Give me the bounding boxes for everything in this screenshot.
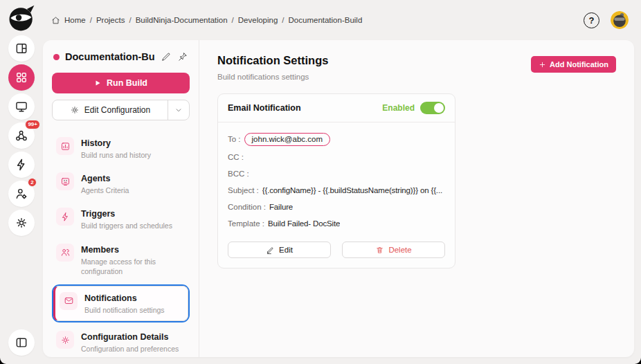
edit-button[interactable]: Edit: [228, 242, 331, 258]
edit-configuration-dropdown[interactable]: [168, 100, 189, 120]
menu-item-label: Agents: [81, 174, 129, 183]
content-container: Documentation-Bu... Run Build Edit Confi…: [43, 40, 634, 357]
breadcrumb-separator: /: [232, 16, 234, 24]
monitor-icon[interactable]: [8, 93, 35, 120]
breadcrumb-project[interactable]: BuildNinja-Documentation: [136, 16, 228, 24]
layout-dashboard-icon[interactable]: [8, 35, 35, 62]
breadcrumb-home[interactable]: Home: [64, 16, 86, 24]
menu-item-desc: Build triggers and schedules: [81, 221, 172, 230]
pin-icon[interactable]: [177, 51, 188, 62]
home-icon: [51, 16, 60, 25]
breadcrumb-current[interactable]: Documentation-Build: [289, 16, 363, 24]
email-notification-card: Email Notification Enabled To : john.wic…: [217, 93, 455, 269]
status-dot: [53, 54, 60, 60]
breadcrumb-projects[interactable]: Projects: [96, 16, 125, 24]
apps-grid-icon[interactable]: [8, 64, 35, 91]
lightning-icon[interactable]: [8, 152, 35, 178]
to-field: To : john.wick@abc.com: [228, 129, 445, 149]
play-icon: [94, 80, 101, 87]
menu-item-desc: Configuration and preferences: [81, 344, 179, 354]
breadcrumb-separator: /: [129, 16, 131, 24]
cc-field: CC :: [228, 149, 445, 165]
user-settings-icon[interactable]: 2: [8, 181, 35, 207]
page-subtitle: Build notifications settings: [217, 73, 328, 81]
help-icon[interactable]: ?: [584, 12, 599, 28]
selected-item-focus-ring: Notifications Build notification setting…: [52, 284, 190, 322]
app-window: 99+ 2 Home / Projects / BuildNinja-Docum…: [0, 0, 641, 364]
configuration-title: Documentation-Bu...: [65, 51, 155, 62]
recipient-chip: john.wick@abc.com: [244, 133, 330, 146]
breadcrumb-group[interactable]: Developing: [238, 16, 278, 24]
enabled-toggle[interactable]: [420, 102, 445, 114]
bar-chart-icon: [56, 137, 74, 155]
rename-pencil-icon[interactable]: [161, 51, 172, 62]
lightning-icon: [56, 208, 74, 226]
menu-item-desc: Build runs and history: [81, 150, 151, 160]
menu-item-notifications[interactable]: Notifications Build notification setting…: [53, 286, 188, 321]
menu-item-label: Configuration Details: [81, 332, 179, 342]
pencil-icon: [266, 246, 275, 255]
icon-rail: 99+ 2: [0, 0, 43, 364]
menu-item-triggers[interactable]: Triggers Build triggers and schedules: [52, 202, 190, 236]
add-notification-button[interactable]: Add Notification: [531, 56, 616, 73]
menu-item-members[interactable]: Members Manage access for this configura…: [52, 238, 190, 282]
buildninja-logo-icon[interactable]: [7, 3, 36, 33]
envelope-icon: [60, 292, 78, 310]
page-title: Notification Settings: [217, 54, 328, 67]
delete-button[interactable]: Delete: [342, 242, 445, 258]
menu-item-desc: Build notification settings: [84, 305, 165, 315]
subject-field: Subject : {{.configName}} - {{.buildStat…: [228, 182, 445, 199]
chevron-down-icon: [174, 105, 183, 115]
bcc-field: BCC :: [228, 165, 445, 182]
template-field: Template : Build Failed- DocSite: [228, 215, 445, 232]
collapse-sidebar-icon[interactable]: [8, 329, 35, 356]
configuration-panel: Documentation-Bu... Run Build Edit Confi…: [43, 40, 199, 357]
gear-icon: [70, 105, 80, 115]
notification-settings-page: Notification Settings Build notification…: [199, 40, 634, 357]
trash-icon: [375, 246, 384, 255]
user-settings-count-badge: 2: [28, 178, 37, 187]
configuration-menu: History Build runs and history Agents Ag…: [52, 131, 190, 357]
toggle-knob: [434, 103, 444, 113]
menu-item-label: Triggers: [81, 209, 172, 219]
menu-item-history[interactable]: History Build runs and history: [52, 131, 190, 165]
gear-icon: [56, 331, 74, 349]
breadcrumb: Home / Projects / BuildNinja-Documentati…: [51, 16, 362, 25]
menu-item-label: Notifications: [84, 293, 165, 303]
user-avatar[interactable]: [611, 11, 629, 29]
menu-item-label: Members: [81, 245, 186, 255]
webhook-icon[interactable]: 99+: [8, 122, 35, 149]
run-build-button[interactable]: Run Build: [52, 73, 190, 93]
breadcrumb-separator: /: [90, 16, 92, 24]
plus-icon: [539, 61, 546, 69]
agent-screen-icon: [56, 172, 74, 190]
edit-configuration-split-button: Edit Configuration: [52, 100, 190, 120]
menu-item-configuration-details[interactable]: Configuration Details Configuration and …: [52, 325, 190, 357]
card-title: Email Notification: [228, 103, 301, 113]
menu-item-desc: Manage access for this configuration: [81, 257, 186, 276]
menu-item-label: History: [81, 138, 151, 148]
enabled-label: Enabled: [382, 103, 415, 113]
top-bar: Home / Projects / BuildNinja-Documentati…: [43, 0, 641, 40]
menu-item-desc: Agents Criteria: [81, 185, 129, 195]
breadcrumb-separator: /: [282, 16, 284, 24]
people-icon: [56, 244, 74, 262]
webhook-count-badge: 99+: [25, 120, 40, 129]
menu-item-agents[interactable]: Agents Agents Criteria: [52, 167, 190, 201]
condition-field: Condition : Failure: [228, 199, 445, 215]
edit-configuration-button[interactable]: Edit Configuration: [53, 100, 168, 120]
settings-gear-icon[interactable]: [8, 210, 35, 236]
